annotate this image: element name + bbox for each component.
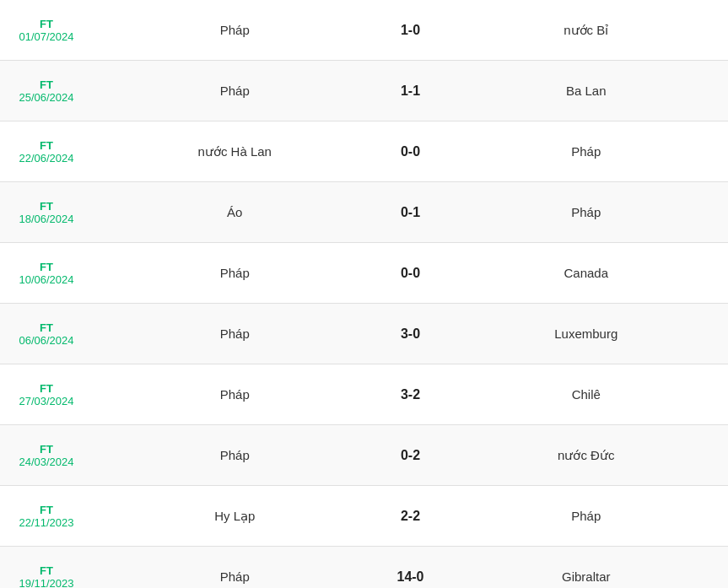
- match-row[interactable]: FT 10/06/2024 Pháp 0-0 Canada: [0, 243, 728, 304]
- match-status: FT: [7, 139, 86, 152]
- away-team[interactable]: nước Bỉ: [445, 23, 729, 38]
- match-row[interactable]: FT 22/06/2024 nước Hà Lan 0-0 Pháp: [0, 121, 728, 182]
- match-date: 06/06/2024: [7, 334, 86, 347]
- match-status: FT: [7, 18, 86, 30]
- match-date: 01/07/2024: [7, 30, 86, 43]
- away-team[interactable]: Pháp: [445, 509, 729, 523]
- match-date: 25/06/2024: [7, 91, 86, 104]
- home-team[interactable]: Pháp: [93, 448, 377, 462]
- home-team[interactable]: nước Hà Lan: [93, 144, 377, 159]
- match-row[interactable]: FT 06/06/2024 Pháp 3-0 Luxemburg: [0, 304, 728, 364]
- match-status-date: FT 10/06/2024: [0, 261, 93, 286]
- away-team[interactable]: Chilê: [445, 387, 729, 402]
- match-status-date: FT 25/06/2024: [0, 78, 93, 104]
- match-date: 19/11/2023: [7, 577, 86, 589]
- away-team[interactable]: nước Đức: [445, 448, 729, 463]
- match-date: 18/06/2024: [7, 213, 86, 225]
- match-score: 14-0: [377, 569, 445, 585]
- match-status-date: FT 06/06/2024: [0, 321, 93, 347]
- away-team[interactable]: Pháp: [445, 144, 729, 159]
- away-team[interactable]: Pháp: [445, 205, 729, 219]
- home-team[interactable]: Áo: [93, 205, 377, 219]
- home-team[interactable]: Pháp: [93, 84, 377, 98]
- match-score: 3-2: [377, 387, 445, 402]
- match-status: FT: [7, 200, 86, 213]
- home-team[interactable]: Pháp: [93, 326, 377, 341]
- away-team[interactable]: Luxemburg: [445, 326, 729, 341]
- match-status-date: FT 24/03/2024: [0, 443, 93, 468]
- match-row[interactable]: FT 24/03/2024 Pháp 0-2 nước Đức: [0, 425, 728, 486]
- match-row[interactable]: FT 01/07/2024 Pháp 1-0 nước Bỉ: [0, 0, 728, 61]
- match-status-date: FT 27/03/2024: [0, 382, 93, 407]
- match-status: FT: [7, 261, 86, 273]
- match-score: 1-1: [377, 84, 445, 99]
- match-row[interactable]: FT 27/03/2024 Pháp 3-2 Chilê: [0, 364, 728, 425]
- match-status: FT: [7, 443, 86, 456]
- home-team[interactable]: Pháp: [93, 266, 377, 280]
- match-status-date: FT 22/11/2023: [0, 504, 93, 529]
- away-team[interactable]: Gibraltar: [445, 569, 729, 584]
- match-date: 10/06/2024: [7, 273, 86, 286]
- match-status: FT: [7, 382, 86, 395]
- match-status: FT: [7, 321, 86, 334]
- match-row[interactable]: FT 19/11/2023 Pháp 14-0 Gibraltar: [0, 547, 728, 588]
- match-score: 0-0: [377, 144, 445, 159]
- match-row[interactable]: FT 18/06/2024 Áo 0-1 Pháp: [0, 182, 728, 243]
- match-date: 24/03/2024: [7, 456, 86, 468]
- home-team[interactable]: Pháp: [93, 387, 377, 402]
- away-team[interactable]: Canada: [445, 266, 729, 280]
- match-status-date: FT 19/11/2023: [0, 564, 93, 589]
- match-row[interactable]: FT 22/11/2023 Hy Lạp 2-2 Pháp: [0, 486, 728, 547]
- match-score: 0-2: [377, 448, 445, 463]
- match-row[interactable]: FT 25/06/2024 Pháp 1-1 Ba Lan: [0, 61, 728, 121]
- match-status-date: FT 22/06/2024: [0, 139, 93, 165]
- match-score: 1-0: [377, 23, 445, 38]
- match-status: FT: [7, 78, 86, 91]
- match-status: FT: [7, 564, 86, 577]
- match-status: FT: [7, 504, 86, 516]
- match-score: 0-0: [377, 266, 445, 281]
- match-score: 2-2: [377, 509, 445, 524]
- home-team[interactable]: Hy Lạp: [93, 509, 377, 524]
- home-team[interactable]: Pháp: [93, 23, 377, 37]
- match-score: 0-1: [377, 205, 445, 220]
- match-date: 22/11/2023: [7, 516, 86, 529]
- match-date: 27/03/2024: [7, 395, 86, 407]
- match-status-date: FT 01/07/2024: [0, 18, 93, 43]
- match-status-date: FT 18/06/2024: [0, 200, 93, 225]
- away-team[interactable]: Ba Lan: [445, 84, 729, 98]
- match-date: 22/06/2024: [7, 152, 86, 165]
- match-table: FT 01/07/2024 Pháp 1-0 nước Bỉ FT 25/06/…: [0, 0, 728, 588]
- home-team[interactable]: Pháp: [93, 569, 377, 584]
- match-score: 3-0: [377, 326, 445, 342]
